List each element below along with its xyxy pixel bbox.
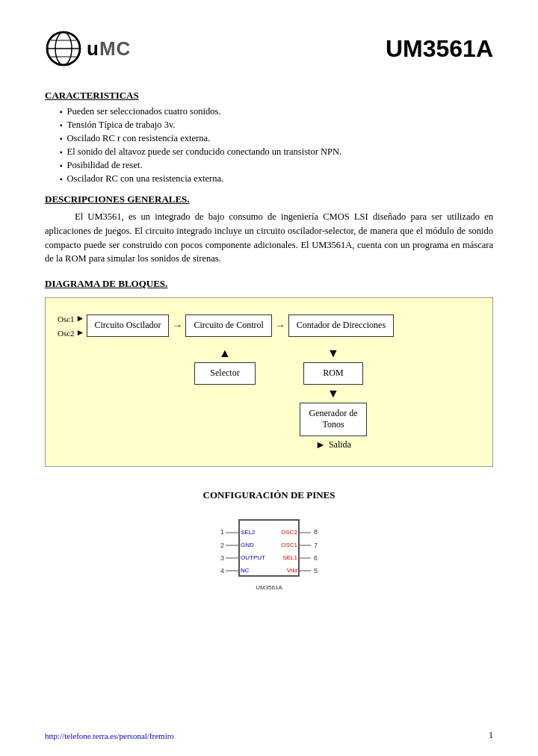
arrow-osc-ctrl: → xyxy=(169,320,185,332)
pin-config-title: CONFIGURACIÓN DE PINES xyxy=(203,489,336,501)
pin-config-section: CONFIGURACIÓN DE PINES 1 2 3 4 8 7 6 5 xyxy=(45,489,493,598)
rom-block: ROM xyxy=(303,362,363,385)
osc-labels: Osc1 ► Osc2 ► xyxy=(58,313,85,338)
generador-block: Generador de Tonos xyxy=(300,403,367,436)
svg-text:SEL2: SEL2 xyxy=(241,529,256,536)
svg-text:UM3561A: UM3561A xyxy=(256,584,282,591)
selector-block: Selector xyxy=(194,362,256,385)
circuito-oscilador-block: Circuito Oscilador xyxy=(87,315,170,337)
descripciones-section: DESCRIPCIONES GENERALES. El UM3561, es u… xyxy=(45,193,493,266)
arrow-selector-up: ▲ xyxy=(219,344,231,362)
salida-row: ► Salida xyxy=(315,439,351,451)
list-item: Oscilado RC r con resistencia externa. xyxy=(60,133,493,144)
page: uMC UM3561A CARACTERISTICAS Pueden ser s… xyxy=(0,0,538,756)
svg-text:OUTPUT: OUTPUT xyxy=(241,554,265,561)
svg-text:4: 4 xyxy=(220,567,224,574)
header: uMC UM3561A xyxy=(45,30,493,67)
svg-text:1: 1 xyxy=(220,528,224,536)
svg-text:5: 5 xyxy=(314,567,318,574)
descripciones-title: DESCRIPCIONES GENERALES. xyxy=(45,193,493,205)
svg-text:2: 2 xyxy=(220,542,224,549)
svg-text:OSC1: OSC1 xyxy=(281,542,297,548)
svg-text:SEL1: SEL1 xyxy=(282,554,297,561)
diagrama-section: DIAGRAMA DE BLOQUES. Osc1 ► Osc2 ► xyxy=(45,278,493,467)
caracteristicas-list: Pueden ser seleccionados cuatro sonidos.… xyxy=(60,106,493,185)
svg-text:Vdd: Vdd xyxy=(287,567,297,574)
svg-text:8: 8 xyxy=(314,528,318,536)
osc2-label: Osc2 ► xyxy=(58,327,85,338)
arrow-rom-down: ▼ xyxy=(327,385,339,403)
footer-page-number: 1 xyxy=(489,730,493,741)
rom-gen-column: ▼ ROM ▼ Generador de Tonos ► Salida xyxy=(300,344,367,451)
list-item: El sonido del altavoz puede ser conducid… xyxy=(60,146,493,158)
footer-link[interactable]: http://telefone.terra.es/personal/fremir… xyxy=(45,731,174,740)
logo-text: uMC xyxy=(87,37,131,61)
list-item: Posibilidad de reset. xyxy=(60,160,493,171)
diagram-top-row: Osc1 ► Osc2 ► Circuito Oscilador → Ci xyxy=(58,313,480,338)
contador-block: Contador de Direcciones xyxy=(288,315,394,337)
svg-text:3: 3 xyxy=(220,554,224,562)
list-item: Tensión Típica de trabajo 3v. xyxy=(60,120,493,131)
salida-label: Salida xyxy=(329,439,351,450)
page-title: UM3561A xyxy=(386,35,493,63)
list-item: Oscilador RC con una resistencia externa… xyxy=(60,173,493,185)
pin-diagram-svg: 1 2 3 4 8 7 6 5 SEL2 GND OUTPUT NC xyxy=(187,509,351,598)
descripciones-paragraph: El UM3561, es un integrado de bajo consu… xyxy=(45,210,493,266)
caracteristicas-section: CARACTERISTICAS Pueden ser seleccionados… xyxy=(45,90,493,185)
caracteristicas-title: CARACTERISTICAS xyxy=(45,90,493,102)
diagram-container: Osc1 ► Osc2 ► Circuito Oscilador → Ci xyxy=(45,297,493,467)
footer: http://telefone.terra.es/personal/fremir… xyxy=(45,730,493,741)
list-item: Pueden ser seleccionados cuatro sonidos. xyxy=(60,106,493,117)
arrow-contador-down: ▼ xyxy=(327,344,339,362)
diagram-middle: ▲ Selector ▼ ROM ▼ G xyxy=(58,344,480,451)
svg-text:GND: GND xyxy=(241,542,254,548)
svg-text:NC: NC xyxy=(241,567,250,574)
svg-text:6: 6 xyxy=(314,554,318,562)
logo-globe-icon xyxy=(45,30,82,67)
selector-column: ▲ Selector xyxy=(192,344,258,385)
svg-text:OSC2: OSC2 xyxy=(281,529,297,536)
svg-text:7: 7 xyxy=(314,542,318,549)
arrow-ctrl-cont: → xyxy=(272,320,288,332)
diagrama-title: DIAGRAMA DE BLOQUES. xyxy=(45,278,493,290)
osc1-label: Osc1 ► xyxy=(58,313,85,324)
circuito-control-block: Circuito de Control xyxy=(185,315,271,337)
logo: uMC xyxy=(45,30,131,67)
